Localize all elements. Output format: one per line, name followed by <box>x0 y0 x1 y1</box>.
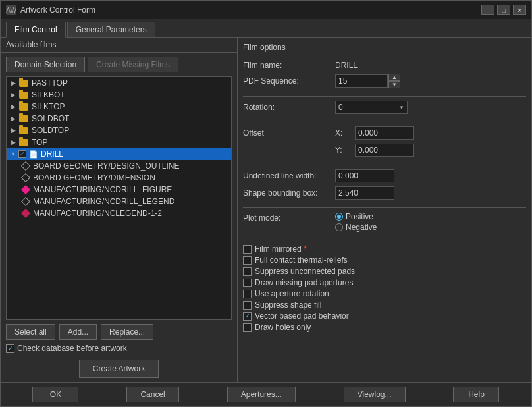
tree-item-soldbot[interactable]: ▶ SOLDBOT <box>7 113 231 124</box>
radio-negative-label: Negative <box>346 223 377 232</box>
film-options-label: Film options <box>243 43 526 55</box>
create-artwork-button[interactable]: Create Artwork <box>79 360 159 378</box>
tree-item-silktop[interactable]: ▶ SILKTOP <box>7 101 231 113</box>
offset-label: Offset <box>243 128 335 138</box>
shape-bounding-box-input[interactable] <box>335 186 394 200</box>
viewlog-button[interactable]: Viewlog... <box>344 387 406 402</box>
main-content: Available films Domain Selection Create … <box>1 38 531 382</box>
minimize-button[interactable]: — <box>481 5 494 15</box>
help-button[interactable]: Help <box>453 387 499 402</box>
radio-positive-label: Positive <box>346 212 373 221</box>
film-tree[interactable]: ▶ PASTTOP ▶ SILKBOT ▶ SILKTOP <box>6 76 232 320</box>
films-buttons: Domain Selection Create Missing Films <box>1 53 237 76</box>
check-suppress-unconnected: Suppress unconnected pads <box>243 267 526 276</box>
close-button[interactable]: ✕ <box>513 5 526 15</box>
use-aperture-label: Use aperture rotation <box>255 289 329 298</box>
tree-item-drill[interactable]: ▼ 📄 DRILL <box>7 148 231 160</box>
expand-icon: ▶ <box>9 138 17 146</box>
check-draw-holes: Draw holes only <box>243 323 526 332</box>
expand-icon: ▶ <box>9 115 17 122</box>
folder-icon <box>18 115 29 122</box>
pdf-sequence-down[interactable]: ▼ <box>388 81 400 88</box>
tree-item-silkbot[interactable]: ▶ SILKBOT <box>7 89 231 101</box>
film-name-group: Film name: DRILL <box>243 61 526 70</box>
pdf-sequence-input[interactable] <box>335 74 388 88</box>
check-full-contact: Full contact thermal-reliefs <box>243 256 526 265</box>
vector-based-label: Vector based pad behavior <box>255 312 349 321</box>
select-all-button[interactable]: Select all <box>6 324 55 340</box>
diamond-outline-icon <box>21 173 30 182</box>
pdf-sequence-spin: ▲ ▼ <box>335 74 400 88</box>
right-panel: Film options Film name: DRILL PDF Sequen… <box>238 38 531 382</box>
expand-icon: ▶ <box>9 103 17 111</box>
folder-icon <box>18 103 29 111</box>
folder-icon <box>18 91 29 99</box>
window-controls: — □ ✕ <box>481 5 526 15</box>
tree-item-pasttop[interactable]: ▶ PASTTOP <box>7 77 231 89</box>
dropdown-arrow-icon: ▼ <box>399 105 404 111</box>
check-database-checkbox[interactable] <box>6 344 14 353</box>
folder-icon <box>18 138 29 146</box>
radio-negative[interactable] <box>335 223 343 231</box>
maximize-button[interactable]: □ <box>497 5 510 15</box>
undefined-line-width-input[interactable] <box>335 169 394 182</box>
bottom-bar: OK Cancel Apertures... Viewlog... Help <box>1 382 531 406</box>
film-name-label: Film name: <box>243 61 335 70</box>
pdf-sequence-up[interactable]: ▲ <box>388 74 400 81</box>
vector-based-checkbox[interactable] <box>243 312 252 321</box>
tree-item-dimension[interactable]: BOARD GEOMETRY/DIMENSION <box>7 172 231 184</box>
tree-item-soldtop[interactable]: ▶ SOLDTOP <box>7 124 231 136</box>
suppress-unconnected-checkbox[interactable] <box>243 267 252 276</box>
add-button[interactable]: Add... <box>59 324 97 340</box>
diamond-bright-pink-icon <box>21 209 30 218</box>
undefined-line-width-group: Undefined line width: <box>243 169 526 182</box>
cancel-button[interactable]: Cancel <box>126 387 178 402</box>
create-missing-button[interactable]: Create Missing Films <box>88 57 178 72</box>
use-aperture-checkbox[interactable] <box>243 290 252 298</box>
separator-4 <box>243 207 526 208</box>
tab-film-control[interactable]: Film Control <box>6 22 66 38</box>
rotation-label: Rotation: <box>243 103 335 112</box>
plot-mode-negative[interactable]: Negative <box>335 223 377 232</box>
offset-y-input[interactable] <box>355 144 414 157</box>
separator-2 <box>243 122 526 122</box>
film-mirrored-checkbox[interactable] <box>243 245 252 254</box>
offset-x-input[interactable] <box>355 126 414 140</box>
expand-icon: ▶ <box>9 79 17 87</box>
folder-icon <box>18 79 29 87</box>
pdf-sequence-spinners: ▲ ▼ <box>388 74 400 88</box>
ok-button[interactable]: OK <box>32 387 78 402</box>
draw-holes-label: Draw holes only <box>255 323 311 332</box>
full-contact-label: Full contact thermal-reliefs <box>255 256 348 265</box>
radio-positive[interactable] <box>335 213 343 221</box>
draw-holes-checkbox[interactable] <box>243 323 252 332</box>
tree-item-top[interactable]: ▶ TOP <box>7 136 231 148</box>
draw-missing-checkbox[interactable] <box>243 279 252 287</box>
replace-button[interactable]: Replace... <box>101 324 153 340</box>
offset-y-group: Y: <box>243 144 526 157</box>
tab-general-parameters[interactable]: General Parameters <box>67 22 155 37</box>
tree-item-ncdrill-figure[interactable]: MANUFACTURING/NCDRILL_FIGURE <box>7 184 231 196</box>
domain-selection-button[interactable]: Domain Selection <box>6 57 85 72</box>
expand-icon: ▶ <box>9 91 17 99</box>
check-draw-missing: Draw missing pad apertures <box>243 278 526 287</box>
pdf-sequence-label: PDF Sequence: <box>243 76 335 86</box>
tab-bar: Film Control General Parameters <box>1 19 531 38</box>
check-database-label: Check database before artwork <box>17 344 127 353</box>
full-contact-checkbox[interactable] <box>243 256 252 265</box>
checkboxes-section: Film mirrored * Full contact thermal-rel… <box>243 244 526 332</box>
rotation-dropdown[interactable]: 0 ▼ <box>335 101 408 114</box>
main-window: AW Artwork Control Form — □ ✕ Film Contr… <box>0 0 532 407</box>
drill-checkbox[interactable] <box>18 150 26 158</box>
tree-item-nclegend-1-2[interactable]: MANUFACTURING/NCLEGEND-1-2 <box>7 207 231 219</box>
plot-mode-positive[interactable]: Positive <box>335 212 377 221</box>
tree-item-ncdrill-legend[interactable]: MANUFACTURING/NCDRILL_LEGEND <box>7 196 231 207</box>
separator-1 <box>243 96 526 97</box>
apertures-button[interactable]: Apertures... <box>227 387 296 402</box>
left-bottom: Select all Add... Replace... Check datab… <box>1 320 237 382</box>
tree-item-design-outline[interactable]: BOARD GEOMETRY/DESIGN_OUTLINE <box>7 160 231 172</box>
expand-icon: ▶ <box>9 126 17 134</box>
suppress-unconnected-label: Suppress unconnected pads <box>255 267 355 276</box>
app-icon: AW <box>6 5 16 15</box>
suppress-shape-checkbox[interactable] <box>243 301 252 310</box>
